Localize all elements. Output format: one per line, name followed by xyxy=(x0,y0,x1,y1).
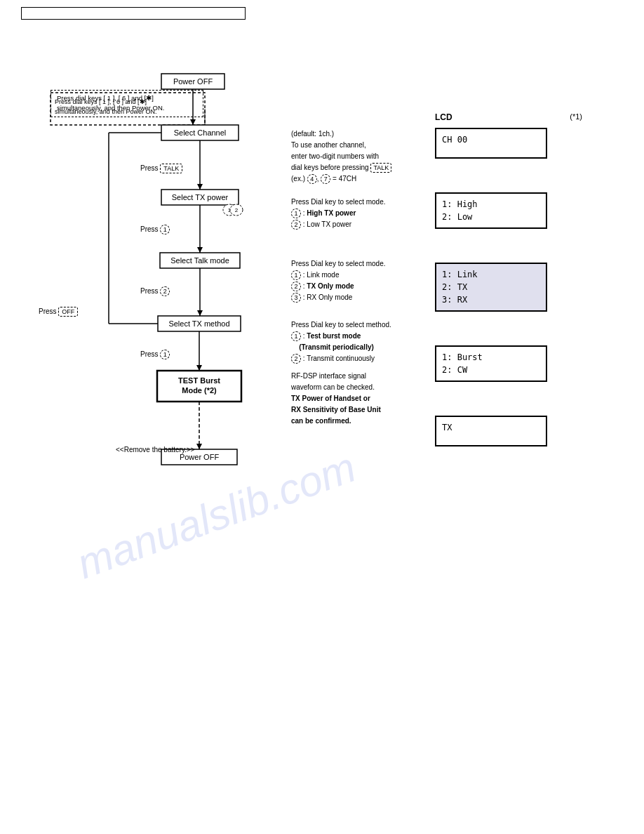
lcd-line: 2: CW xyxy=(442,364,540,376)
svg-marker-15 xyxy=(197,247,203,253)
svg-rect-1 xyxy=(161,74,224,89)
lcd-screen-1: CH 00 xyxy=(435,128,547,159)
press-1-method-label: Press 1 xyxy=(140,350,170,359)
tx-power-annotation: Press Dial key to select mode. 1 : High … xyxy=(291,197,431,230)
lcd-area: LCD (*1) CH 00 1: High 2: Low 1: Link 2:… xyxy=(435,112,575,455)
lcd-line: 2: TX xyxy=(442,281,540,293)
svg-text:Select TX method: Select TX method xyxy=(168,319,229,328)
lcd-screen-3: 1: Link 2: TX 3: RX xyxy=(435,263,547,312)
svg-rect-16 xyxy=(160,253,240,268)
svg-marker-11 xyxy=(197,184,203,190)
svg-rect-20 xyxy=(158,316,241,331)
svg-marker-23 xyxy=(196,365,202,371)
svg-point-34 xyxy=(223,204,236,216)
lcd-screen-2: 1: High 2: Low xyxy=(435,192,547,229)
lcd-screen-5: TX xyxy=(435,416,547,446)
lcd-line: CH 00 xyxy=(442,133,540,146)
talk-mode-annotation: Press Dial key to select mode. 1 : Link … xyxy=(291,258,431,303)
lcd-screen-4: 1: Burst 2: CW xyxy=(435,345,547,382)
lcd-line: 1: Link xyxy=(442,268,540,281)
lcd-line: 1: Burst xyxy=(442,351,540,364)
lcd-line: 3: RX xyxy=(442,293,540,306)
svg-text:Select Channel: Select Channel xyxy=(174,128,227,137)
svg-marker-28 xyxy=(196,444,202,449)
lcd-line: 1: High xyxy=(442,198,540,211)
test-burst-description: RF-DSP interface signal waveform can be … xyxy=(291,371,438,427)
svg-text:TEST Burst: TEST Burst xyxy=(178,376,220,385)
svg-text:Select Talk mode: Select Talk mode xyxy=(170,256,229,265)
svg-rect-8 xyxy=(161,125,239,140)
svg-point-36 xyxy=(230,204,243,216)
top-bar xyxy=(21,7,246,20)
lcd-note: (*1) xyxy=(570,112,582,121)
press-talk-label: Press TALK xyxy=(140,164,182,172)
svg-text:Power OFF: Power OFF xyxy=(173,77,213,86)
press-1-power-label: Press 1 xyxy=(140,225,170,234)
lcd-title: LCD xyxy=(435,112,452,122)
svg-marker-4 xyxy=(190,119,196,125)
channel-annotation: (default: 1ch.) To use another channel, … xyxy=(291,128,431,185)
svg-text:Select TX power: Select TX power xyxy=(172,193,229,201)
remove-battery-note: <<Remove the battery.>> xyxy=(116,446,195,454)
initial-note: Press dial keys [ 1 ], [ 6 ] and [✱]simu… xyxy=(51,90,203,117)
press-2-talk-label: Press 2 xyxy=(140,286,170,296)
svg-text:1: 1 xyxy=(228,207,232,213)
press-off-label: Press OFF xyxy=(39,307,78,315)
lcd-line: TX xyxy=(442,421,540,434)
svg-text:Power OFF: Power OFF xyxy=(180,453,220,461)
watermark: manualslib.com xyxy=(71,443,362,588)
svg-text:2: 2 xyxy=(235,207,239,213)
svg-marker-19 xyxy=(197,310,203,316)
lcd-line: 2: Low xyxy=(442,211,540,223)
tx-method-annotation: Press Dial key to select method. 1 : Tes… xyxy=(291,319,438,364)
svg-rect-24 xyxy=(157,371,241,402)
svg-text:Mode (*2): Mode (*2) xyxy=(182,386,217,395)
svg-rect-12 xyxy=(161,190,239,205)
